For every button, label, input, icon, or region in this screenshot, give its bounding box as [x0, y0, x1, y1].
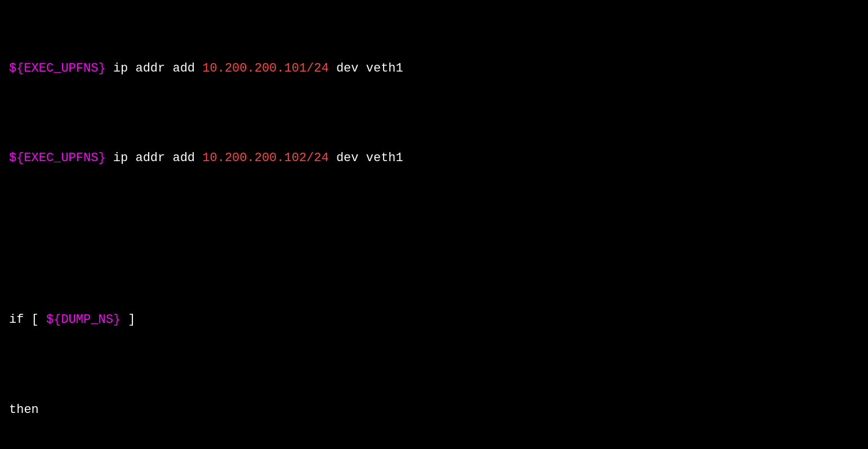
- code-line: ${EXEC_UPFNS} ip addr add 10.200.200.102…: [9, 149, 859, 167]
- empty-line: [9, 221, 859, 239]
- code-editor: ${EXEC_UPFNS} ip addr add 10.200.200.101…: [9, 6, 859, 449]
- code-line: then: [9, 401, 859, 419]
- code-line: if [ ${DUMP_NS} ]: [9, 311, 859, 329]
- code-line: ${EXEC_UPFNS} ip addr add 10.200.200.101…: [9, 60, 859, 78]
